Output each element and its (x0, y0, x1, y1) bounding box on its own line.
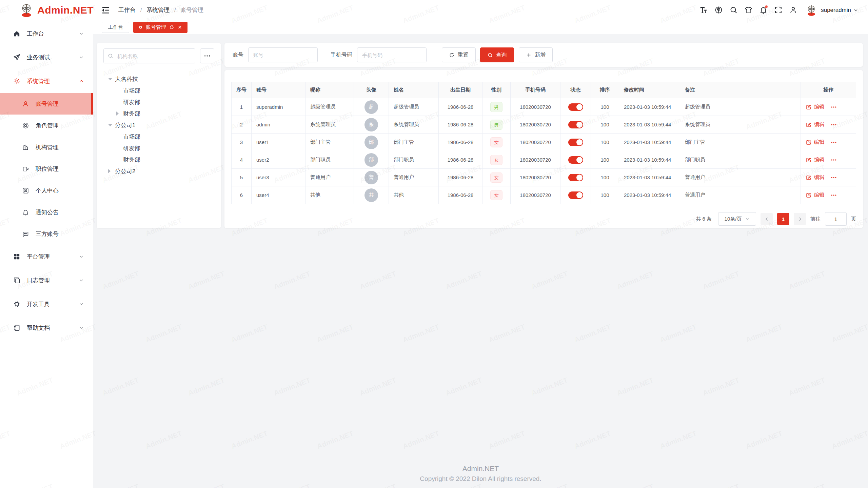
current-page-button[interactable]: 1 (777, 213, 789, 225)
sidebar-item-workbench[interactable]: 工作台 (0, 22, 93, 45)
tree-more-button[interactable] (200, 48, 214, 63)
sidebar-item-position-admin[interactable]: 职位管理 (0, 158, 93, 180)
query-button[interactable]: 查询 (480, 47, 514, 62)
font-size-button[interactable] (696, 3, 711, 17)
tree-expand-arrow-icon[interactable] (116, 111, 123, 116)
breadcrumb-item-system-admin[interactable]: 系统管理 (146, 6, 170, 14)
notification-bell-button[interactable] (756, 3, 771, 17)
next-page-button[interactable] (794, 213, 806, 225)
sidebar-item-business-test[interactable]: 业务测试 (0, 45, 93, 69)
cell-gender: 女 (482, 186, 511, 204)
tree-node-label: 分公司2 (115, 167, 135, 175)
account-filter-input[interactable] (248, 47, 318, 62)
column-header-phone: 手机号码 (511, 82, 560, 98)
tree-node-label: 分公司1 (115, 121, 135, 129)
edit-button[interactable]: 编辑 (806, 192, 824, 198)
edit-label: 编辑 (814, 157, 824, 163)
logo[interactable]: Admin.NET (0, 0, 93, 20)
sidebar-item-personal-center[interactable]: 个人中心 (0, 180, 93, 201)
edit-button[interactable]: 编辑 (806, 121, 824, 128)
user-button[interactable] (786, 3, 801, 17)
tree-node[interactable]: 市场部 (99, 131, 218, 142)
cell-account: user2 (252, 151, 305, 169)
sidebar-item-dev-tools[interactable]: 开发工具 (0, 292, 93, 316)
tree-node[interactable]: 研发部 (99, 142, 218, 154)
tree-node[interactable]: 大名科技 (99, 73, 218, 85)
phone-filter-input[interactable] (357, 47, 427, 62)
sidebar-item-platform-admin[interactable]: 平台管理 (0, 245, 93, 268)
cell-modified: 2023-01-03 10:59:44 (619, 116, 680, 134)
user-menu-chevron-down-icon[interactable] (853, 7, 859, 13)
more-actions-button[interactable] (830, 121, 837, 128)
edit-button[interactable]: 编辑 (806, 174, 824, 181)
status-toggle[interactable] (568, 103, 583, 111)
tree-node[interactable]: 财务部 (99, 154, 218, 165)
language-button[interactable] (711, 3, 726, 17)
cell-gender: 女 (482, 134, 511, 151)
status-toggle[interactable] (568, 156, 583, 164)
column-header-nickname: 昵称 (305, 82, 354, 98)
tree-node[interactable]: 研发部 (99, 96, 218, 108)
user-avatar[interactable] (805, 4, 817, 16)
menu-fold-icon[interactable] (101, 5, 111, 15)
tree-expand-arrow-icon[interactable] (108, 169, 115, 174)
edit-label: 编辑 (814, 139, 824, 145)
page-size-select[interactable]: 10条/页 (718, 212, 756, 226)
tree-node[interactable]: 市场部 (99, 85, 218, 96)
sidebar-item-third-party-account[interactable]: 三方账号 (0, 223, 93, 245)
sidebar-item-system-admin[interactable]: 系统管理 (0, 69, 93, 93)
theme-shirt-button[interactable] (741, 3, 756, 17)
more-actions-button[interactable] (830, 192, 837, 199)
sidebar-item-log-admin[interactable]: 日志管理 (0, 268, 93, 292)
chevron-left-icon (764, 217, 769, 222)
chevron-down-icon (79, 301, 84, 307)
gear-icon (13, 77, 21, 85)
add-button[interactable]: 新增 (519, 47, 553, 62)
prev-page-button[interactable] (761, 213, 773, 225)
status-toggle[interactable] (568, 139, 583, 146)
tab-refresh-icon[interactable] (169, 25, 174, 30)
tree-node[interactable]: 财务部 (99, 108, 218, 119)
tab-workbench[interactable]: 工作台 (102, 22, 129, 33)
edit-button[interactable]: 编辑 (806, 157, 824, 163)
cell-actions: 编辑 (801, 134, 856, 151)
cell-name: 其他 (389, 186, 439, 204)
username[interactable]: superadmin (821, 7, 851, 14)
tree-node-label: 财务部 (123, 110, 140, 118)
status-toggle[interactable] (568, 174, 583, 181)
sidebar-item-help-docs[interactable]: 帮助文档 (0, 316, 93, 340)
goto-page-input[interactable] (825, 212, 847, 226)
tree-collapse-arrow-icon[interactable] (108, 77, 115, 81)
more-actions-button[interactable] (830, 157, 837, 163)
sidebar-item-account-admin[interactable]: 账号管理 (0, 93, 93, 115)
edit-button[interactable]: 编辑 (806, 139, 824, 145)
cell-name: 超级管理员 (389, 98, 439, 116)
cell-account: user3 (252, 169, 305, 186)
tab-account-admin[interactable]: 账号管理 (133, 22, 188, 33)
fullscreen-button[interactable] (771, 3, 786, 17)
tree-collapse-arrow-icon[interactable] (108, 123, 115, 127)
cell-actions: 编辑 (801, 151, 856, 169)
reset-button[interactable]: 重置 (442, 47, 476, 62)
breadcrumb-item-workbench[interactable]: 工作台 (118, 6, 136, 14)
org-name-search-input[interactable] (103, 48, 195, 63)
sidebar-item-role-admin[interactable]: 角色管理 (0, 115, 93, 136)
more-actions-button[interactable] (830, 139, 837, 146)
tree-node[interactable]: 分公司1 (99, 119, 218, 131)
sidebar-item-notice[interactable]: 通知公告 (0, 201, 93, 223)
more-actions-button[interactable] (830, 174, 837, 181)
column-header-gender: 性别 (482, 82, 511, 98)
sidebar-item-org-admin[interactable]: 机构管理 (0, 136, 93, 158)
cell-remark: 超级管理员 (680, 98, 801, 116)
edit-button[interactable]: 编辑 (806, 104, 824, 110)
edit-icon (806, 157, 812, 163)
tab-close-icon[interactable] (177, 25, 182, 30)
tree-node[interactable]: 分公司2 (99, 165, 218, 177)
more-icon (830, 104, 837, 110)
search-button[interactable] (726, 3, 741, 17)
status-toggle[interactable] (568, 191, 583, 199)
more-actions-button[interactable] (830, 104, 837, 110)
chevron-up-icon (79, 78, 84, 84)
status-toggle[interactable] (568, 121, 583, 128)
logo-mascot-icon (19, 3, 34, 18)
